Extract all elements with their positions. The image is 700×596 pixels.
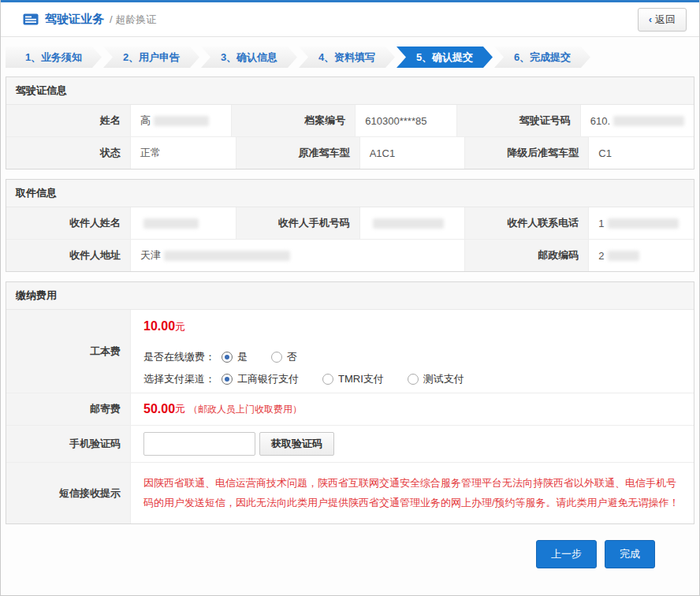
online-payment-question-label: 是否在线缴费： (143, 350, 215, 364)
back-chevron-icon: ‹ (649, 13, 652, 25)
production-fee-amount: 10.00元 (143, 319, 681, 334)
previous-step-button[interactable]: 上一步 (536, 540, 597, 568)
postage-fee-note: （邮政人员上门收取费用） (188, 403, 302, 416)
pickup-row-2: 收件人地址 天津 邮政编码 2 (6, 239, 694, 271)
recipient-name-label: 收件人姓名 (6, 207, 130, 239)
postage-fee-label: 邮寄费 (6, 393, 130, 425)
production-fee-content: 10.00元 是否在线缴费： 是 否 选择支付渠道： 工商银行支付 TMRI支付… (130, 310, 694, 393)
license-row-1: 姓名 高 档案编号 610300****85 驾驶证号码 610. (6, 105, 694, 136)
pickup-section-title: 取件信息 (6, 180, 694, 207)
redacted-value (613, 116, 684, 126)
step-4: 4、资料填写 (299, 47, 395, 68)
page: 驾驶证业务 / 超龄换证 ‹返回 1、业务须知 2、用户申告 3、确认信息 4、… (0, 0, 700, 596)
page-title: 驾驶证业务 (45, 12, 104, 27)
status-label: 状态 (6, 137, 130, 169)
section-license-info: 驾驶证信息 姓名 高 档案编号 610300****85 驾驶证号码 610. … (6, 76, 694, 169)
sms-notice-row: 短信接收提示 因陕西省联通、电信运营商技术问题，陕西省互联网交通安全综合服务管理… (6, 462, 694, 523)
recipient-phone-value: 1 (588, 207, 694, 239)
get-captcha-button[interactable]: 获取验证码 (259, 432, 334, 456)
recipient-name-value (130, 207, 236, 239)
recipient-phone-label: 收件人联系电话 (464, 207, 588, 239)
captcha-content: 获取验证码 (130, 426, 694, 462)
header: 驾驶证业务 / 超龄换证 ‹返回 (1, 2, 699, 37)
license-business-icon (23, 13, 39, 25)
captcha-input[interactable] (143, 432, 255, 456)
production-fee-row: 工本费 10.00元 是否在线缴费： 是 否 选择支付渠道： 工商银行支付 TM… (6, 310, 694, 393)
downgraded-type-value: C1 (588, 137, 694, 169)
redacted-value (608, 218, 679, 229)
back-button-label: 返回 (655, 13, 676, 25)
redacted-value (154, 116, 209, 126)
redacted-value (608, 251, 639, 261)
step-5-active: 5、确认提交 (397, 47, 493, 68)
radio-checked-icon (222, 352, 233, 363)
radio-unchecked-icon (408, 374, 419, 385)
payment-channel-question: 选择支付渠道： 工商银行支付 TMRI支付 测试支付 (143, 372, 681, 386)
orig-type-value: A1C1 (359, 137, 465, 169)
zip-code-label: 邮政编码 (464, 240, 588, 271)
postage-fee-content: 50.00元 （邮政人员上门收取费用） (130, 393, 694, 425)
pickup-row-1: 收件人姓名 收件人手机号码 收件人联系电话 1 (6, 207, 694, 239)
captcha-row: 手机验证码 获取验证码 (6, 425, 694, 462)
file-number-value: 610300****85 (355, 105, 456, 136)
online-payment-question: 是否在线缴费： 是 否 (143, 350, 681, 364)
channel-icbc-radio[interactable]: 工商银行支付 (222, 372, 299, 386)
footer-actions: 上一步 完成 (1, 534, 699, 568)
recipient-mobile-value (359, 207, 465, 239)
file-number-label: 档案编号 (231, 105, 355, 136)
recipient-address-label: 收件人地址 (6, 240, 130, 271)
section-fees: 缴纳费用 工本费 10.00元 是否在线缴费： 是 否 选择支付渠道： 工商银行… (6, 281, 694, 524)
sms-notice-text: 因陕西省联通、电信运营商技术问题，陕西省互联网交通安全综合服务管理平台无法向持陕… (143, 469, 681, 517)
redacted-value (373, 218, 444, 229)
license-number-label: 驾驶证号码 (456, 105, 580, 136)
orig-type-label: 原准驾车型 (236, 137, 359, 169)
page-subtitle: / 超龄换证 (110, 13, 156, 27)
step-2: 2、用户申告 (103, 47, 199, 68)
recipient-mobile-label: 收件人手机号码 (236, 207, 359, 239)
production-fee-label: 工本费 (6, 310, 130, 393)
step-1: 1、业务须知 (6, 47, 102, 68)
step-6: 6、完成提交 (494, 47, 590, 68)
sms-notice-label: 短信接收提示 (6, 463, 130, 523)
postage-fee-row: 邮寄费 50.00元 （邮政人员上门收取费用） (6, 393, 694, 425)
back-button[interactable]: ‹返回 (638, 8, 687, 32)
finish-button[interactable]: 完成 (605, 540, 655, 568)
section-pickup-info: 取件信息 收件人姓名 收件人手机号码 收件人联系电话 1 收件人地址 天津 邮政… (6, 179, 694, 272)
license-row-2: 状态 正常 原准驾车型 A1C1 降级后准驾车型 C1 (6, 136, 694, 169)
redacted-value (164, 251, 290, 261)
captcha-label: 手机验证码 (6, 426, 130, 462)
name-label: 姓名 (6, 105, 130, 136)
fees-section-title: 缴纳费用 (6, 282, 694, 310)
downgraded-type-label: 降级后准驾车型 (464, 137, 588, 169)
sms-notice-content: 因陕西省联通、电信运营商技术问题，陕西省互联网交通安全综合服务管理平台无法向持陕… (130, 463, 694, 523)
channel-test-radio[interactable]: 测试支付 (408, 372, 464, 386)
status-value: 正常 (130, 137, 236, 169)
channel-tmri-radio[interactable]: TMRI支付 (322, 372, 384, 386)
online-yes-radio[interactable]: 是 (222, 350, 248, 364)
online-no-radio[interactable]: 否 (271, 350, 297, 364)
zip-code-value: 2 (588, 240, 694, 271)
payment-channel-question-label: 选择支付渠道： (143, 372, 215, 386)
license-section-title: 驾驶证信息 (6, 77, 694, 105)
radio-unchecked-icon (322, 374, 333, 385)
steps-bar: 1、业务须知 2、用户申告 3、确认信息 4、资料填写 5、确认提交 6、完成提… (1, 37, 699, 76)
recipient-address-value: 天津 (130, 240, 464, 271)
license-number-value: 610. (580, 105, 694, 136)
radio-checked-icon (222, 374, 233, 385)
name-value: 高 (130, 105, 231, 136)
postage-fee-amount: 50.00元 （邮政人员上门收取费用） (143, 402, 681, 416)
redacted-value (143, 218, 199, 229)
radio-unchecked-icon (271, 352, 282, 363)
step-3: 3、确认信息 (201, 47, 297, 68)
